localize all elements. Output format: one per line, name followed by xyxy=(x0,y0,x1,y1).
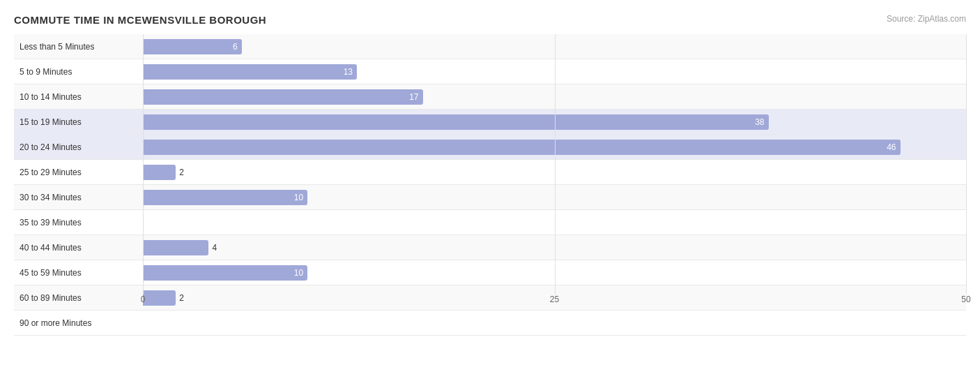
bar-fill xyxy=(143,165,176,180)
chart-title: COMMUTE TIME IN MCEWENSVILLE BOROUGH xyxy=(14,14,966,26)
bar-wrapper: 10 xyxy=(143,260,966,285)
bar-fill: 10 xyxy=(143,265,307,281)
bar-value: 10 xyxy=(294,268,303,278)
bar-wrapper: 13 xyxy=(143,59,966,84)
bar-wrapper: 4 xyxy=(143,235,966,260)
bar-label: 35 to 39 Minutes xyxy=(14,218,143,228)
bar-fill xyxy=(143,240,208,255)
bar-label: 40 to 44 Minutes xyxy=(14,243,143,253)
bar-fill: 17 xyxy=(143,89,423,105)
bar-fill: 13 xyxy=(143,64,357,80)
chart-area: Less than 5 Minutes65 to 9 Minutes1310 t… xyxy=(14,34,966,315)
bar-wrapper: 17 xyxy=(143,84,966,109)
bar-label: 30 to 34 Minutes xyxy=(14,193,143,202)
bar-row: 45 to 59 Minutes10 xyxy=(14,260,966,285)
grid-line xyxy=(966,34,967,295)
bar-value: 6 xyxy=(233,42,238,52)
bar-label: Less than 5 Minutes xyxy=(14,42,143,52)
bar-label: 15 to 19 Minutes xyxy=(14,117,143,127)
bar-wrapper: 2 xyxy=(143,160,966,184)
bar-row: 30 to 34 Minutes10 xyxy=(14,185,966,210)
x-axis: 02550 xyxy=(143,295,966,315)
bar-label: 5 to 9 Minutes xyxy=(14,67,143,77)
bar-label: 20 to 24 Minutes xyxy=(14,142,143,152)
bar-label: 10 to 14 Minutes xyxy=(14,92,143,102)
chart-container: COMMUTE TIME IN MCEWENSVILLE BOROUGH Sou… xyxy=(0,0,980,365)
bar-value: 4 xyxy=(212,243,217,253)
bar-row: 10 to 14 Minutes17 xyxy=(14,84,966,110)
bar-value: 2 xyxy=(179,167,184,177)
bar-wrapper: 46 xyxy=(143,135,966,159)
bar-label: 60 to 89 Minutes xyxy=(14,293,143,303)
bars-section: Less than 5 Minutes65 to 9 Minutes1310 t… xyxy=(14,34,966,295)
bar-wrapper: 6 xyxy=(143,34,966,59)
source-label: Source: ZipAtlas.com xyxy=(887,14,966,24)
bar-wrapper: 10 xyxy=(143,185,966,209)
bar-row: 35 to 39 Minutes xyxy=(14,210,966,235)
bar-row: 15 to 19 Minutes38 xyxy=(14,110,966,135)
bar-value: 46 xyxy=(887,142,896,152)
bar-value: 17 xyxy=(409,92,418,102)
bar-fill: 46 xyxy=(143,140,901,155)
bar-value: 10 xyxy=(294,193,303,202)
bar-label: 90 or more Minutes xyxy=(14,318,143,328)
bar-wrapper: 38 xyxy=(143,110,966,134)
bar-fill: 10 xyxy=(143,190,307,205)
bar-row: Less than 5 Minutes6 xyxy=(14,34,966,59)
bar-value: 13 xyxy=(344,67,353,77)
bar-label: 25 to 29 Minutes xyxy=(14,167,143,177)
bar-row: 40 to 44 Minutes4 xyxy=(14,235,966,260)
bar-row: 25 to 29 Minutes2 xyxy=(14,160,966,185)
bar-row: 20 to 24 Minutes46 xyxy=(14,135,966,160)
bar-label: 45 to 59 Minutes xyxy=(14,268,143,278)
x-tick: 25 xyxy=(550,295,559,304)
bar-value: 38 xyxy=(755,117,764,127)
bar-row: 5 to 9 Minutes13 xyxy=(14,59,966,84)
bar-wrapper xyxy=(143,210,966,234)
bar-fill: 38 xyxy=(143,114,769,130)
x-tick: 50 xyxy=(961,295,970,304)
bar-fill: 6 xyxy=(143,39,242,54)
x-tick: 0 xyxy=(141,295,146,304)
